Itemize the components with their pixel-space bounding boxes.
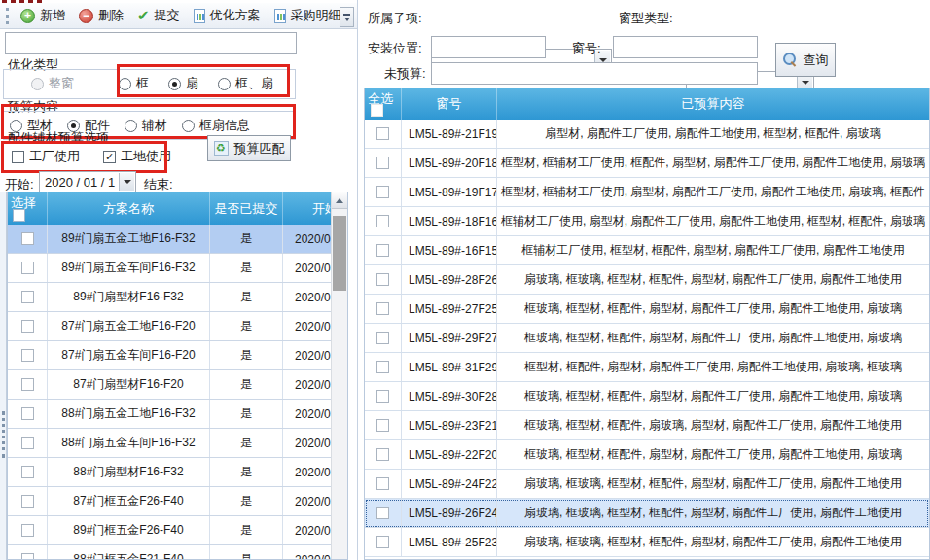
window-table-row[interactable]: LM5L-89#-25F23扇玻璃, 框玻璃, 框型材, 框配件, 扇型材, 扇… [365,528,929,557]
row-checkbox[interactable] [376,536,389,548]
plan-table-row[interactable]: 88#门扇型材F16-F32是2020/0 [8,458,347,487]
usage-checkbox-option[interactable]: 工厂使用 [12,148,80,165]
query-button[interactable]: 查询 [775,43,836,77]
window-table-row[interactable]: LM5L-89#-16F15框辅材工厂使用, 框型材, 框配件, 扇型材, 扇配… [365,236,929,265]
window-table-row[interactable]: LM5L-89#-27F25框玻璃, 框型材, 框配件, 扇型材, 扇配件工厂使… [365,295,929,324]
row-select-cell [8,458,48,486]
row-checkbox[interactable] [21,349,34,362]
window-table-row[interactable]: LM5L-89#-20F18框型材, 框辅材工厂使用, 框配件, 扇型材, 扇配… [365,149,929,178]
row-checkbox[interactable] [376,302,389,315]
row-checkbox[interactable] [21,466,34,478]
toolbar-grip[interactable] [6,8,9,24]
plan-table-scrollbar[interactable] [331,192,347,559]
plan-search-input[interactable] [5,32,297,54]
select-all-checkbox[interactable] [13,209,25,222]
plan-table-row[interactable]: 89#门扇五金车间F16-F32是2020/0 [8,254,347,283]
checkbox-label: 工厂使用 [29,148,80,165]
window-no-cell: LM5L-89#-23F21 [402,411,497,439]
window-no-cell: LM5L-89#-21F19 [402,120,497,148]
toolbar-overflow-button[interactable] [340,7,354,27]
window-table-row[interactable]: LM5L-89#-28F26扇玻璃, 框玻璃, 框型材, 框配件, 扇型材, 扇… [365,265,929,295]
budgeted-content-cell: 框玻璃, 框型材, 框配件, 扇型材, 扇配件工厂使用, 扇配件工地使用, 扇玻… [497,382,929,410]
start-date-picker[interactable]: 2020 / 01 / 1 [39,171,136,192]
plan-name-cell: 89#门扇型材F16-F32 [48,283,210,311]
plan-table-row[interactable]: 89#门框五金F26-F40是2020/0 [8,516,347,545]
row-checkbox[interactable] [21,378,34,391]
plan-table-row[interactable]: 89#门扇型材F16-F32是2020/0 [8,283,347,312]
row-checkbox[interactable] [21,320,34,332]
start-date-dropdown-icon[interactable] [119,173,134,191]
plan-table-row[interactable]: 87#门扇五金车间F16-F20是2020/0 [8,341,347,370]
row-select-cell [365,324,402,352]
window-table-row[interactable]: LM5L-89#-23F21框玻璃, 框型材, 框配件, 扇玻璃, 扇型材, 扇… [365,411,929,440]
plan-table-row[interactable]: 87#门框五金F26-F40是2020/0 [8,487,347,516]
window-table-row[interactable]: LM5L-89#-24F22扇玻璃, 框玻璃, 框型材, 框配件, 扇型材, 扇… [365,470,929,499]
plan-table-row[interactable]: 88#门框五金F21-F40是2020/0 [8,545,347,560]
window-no-input[interactable] [613,36,758,58]
no-budget-input[interactable] [431,62,758,85]
row-checkbox[interactable] [376,390,389,402]
row-checkbox[interactable] [376,332,389,344]
row-checkbox[interactable] [376,215,389,228]
row-checkbox[interactable] [21,553,34,560]
left-splitter[interactable] [0,192,7,560]
plan-table-row[interactable]: 87#门扇五金工地F16-F20是2020/0 [8,312,347,341]
row-checkbox[interactable] [21,524,34,537]
row-checkbox[interactable] [376,477,389,490]
window-table-row[interactable]: LM5L-89#-22F20框玻璃, 框型材, 框配件, 扇型材, 扇配件工厂使… [365,440,929,470]
row-checkbox[interactable] [376,419,389,432]
row-checkbox[interactable] [21,291,34,303]
row-checkbox[interactable] [376,361,389,373]
plan-table-row[interactable]: 87#门扇型材F16-F20是2020/0 [8,370,347,400]
scrollbar-thumb[interactable] [333,216,346,291]
row-checkbox[interactable] [21,407,34,420]
row-checkbox[interactable] [376,507,389,519]
optimize-type-radio[interactable]: 扇 [168,75,198,92]
window-table-row[interactable]: LM5L-89#-29F27框玻璃, 框型材, 框配件, 扇型材, 扇配件工厂使… [365,324,929,353]
window-table-row[interactable]: LM5L-89#-31F29框型材, 框配件, 扇型材, 扇配件工厂使用, 扇配… [365,353,929,382]
optimize-type-radio[interactable]: 框、扇 [218,75,273,92]
row-select-cell [8,341,48,369]
optimize-type-radio[interactable]: 整窗 [31,75,74,92]
budget-match-button[interactable]: ♻ 预算匹配 [207,135,291,161]
budget-content-radio[interactable]: 辅材 [125,117,167,134]
plan-table-row[interactable]: 89#门扇五金工地F16-F32是2020/0 [8,225,347,254]
window-table-row[interactable]: LM5L-89#-18F16框辅材工厂使用, 扇型材, 扇配件工厂使用, 扇配件… [365,207,929,236]
optimize-type-radio[interactable]: 框 [119,75,149,92]
window-select-all-checkbox[interactable] [371,104,383,117]
toolbar-button[interactable]: 优化方案 [194,7,261,24]
row-checkbox[interactable] [21,232,34,245]
row-checkbox[interactable] [376,448,389,461]
scrollbar-up-icon[interactable] [332,192,347,209]
usage-checkbox-option[interactable]: ✓工地使用 [103,148,171,165]
row-checkbox[interactable] [376,244,389,257]
toolbar-button[interactable]: ✔提交 [137,7,180,24]
plan-name-cell: 87#门扇五金工地F16-F20 [48,312,210,340]
window-table-row[interactable]: LM5L-89#-26F24扇玻璃, 框玻璃, 框型材, 框配件, 扇型材, 扇… [365,499,929,528]
optimize-type-options: 整窗框扇框、扇 [31,75,273,92]
install-pos-input[interactable] [431,36,546,58]
checkbox-icon: ✓ [103,151,116,163]
plan-table-row[interactable]: 88#门扇五金车间F16-F32是2020/0 [8,429,347,458]
row-checkbox[interactable] [376,273,389,286]
budgeted-content-cell: 框玻璃, 框型材, 框配件, 扇型材, 扇配件工厂使用, 扇配件工地使用, 扇玻… [497,324,929,352]
row-checkbox[interactable] [21,495,34,508]
plan-table-row[interactable]: 88#门扇五金工地F16-F32是2020/0 [8,400,347,429]
row-checkbox[interactable] [376,157,389,169]
row-checkbox[interactable] [21,262,34,274]
budget-content-radio[interactable]: 框扇信息 [182,117,250,134]
budget-match-window: +新增−删除✔提交优化方案采购明细 优化类型 整窗框扇框、扇 预算内容 型材配件… [0,0,930,560]
toolbar-button[interactable]: −删除 [79,7,124,24]
window-table-row[interactable]: LM5L-89#-30F28框玻璃, 框型材, 框配件, 扇型材, 扇配件工厂使… [365,382,929,411]
window-no-cell: LM5L-89#-16F15 [402,236,497,264]
row-checkbox[interactable] [376,127,389,140]
budgeted-content-cell: 扇玻璃, 框玻璃, 框型材, 框配件, 扇型材, 扇配件工厂使用, 扇配件工地使… [497,528,929,556]
row-select-cell [8,254,48,282]
toolbar-button[interactable]: +新增 [20,7,65,24]
window-table-row[interactable]: LM5L-89#-21F19扇型材, 扇配件工厂使用, 扇配件工地使用, 框型材… [365,120,929,149]
window-table-row[interactable]: LM5L-89#-19F17框型材, 框辅材工厂使用, 扇型材, 扇配件工厂使用… [365,178,929,207]
submitted-cell: 是 [210,341,283,369]
plan-name-cell: 89#门框五金F26-F40 [48,516,210,544]
row-checkbox[interactable] [21,437,34,449]
row-checkbox[interactable] [376,186,389,198]
